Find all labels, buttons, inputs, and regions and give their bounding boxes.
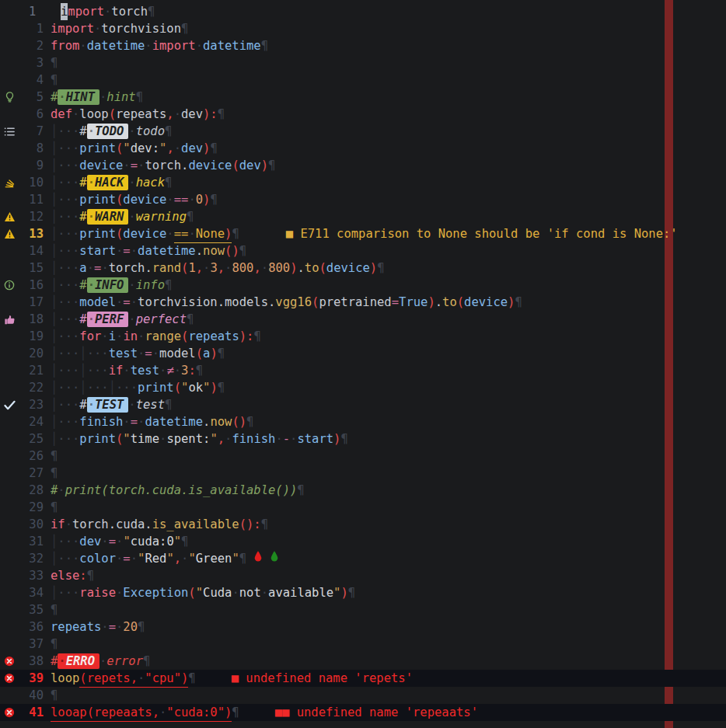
code-line[interactable]: 11│···print(device·==·0)¶ <box>0 191 726 208</box>
code-token: · <box>101 618 108 636</box>
code-token: = <box>109 618 116 636</box>
code-token: " <box>210 430 217 448</box>
code-line[interactable]: 8│···print("dev:",·dev)¶ <box>0 140 726 157</box>
code-line[interactable]: 3¶ <box>0 54 726 71</box>
code-line[interactable]: 41looap(repeaats,·"cuda:0")¶■■ undefined… <box>0 704 726 721</box>
line-number: 25 <box>19 430 44 448</box>
code-line[interactable]: 2from·datetime·import·datetime¶ <box>0 37 726 54</box>
code-token: # <box>79 123 86 140</box>
code-token: True <box>399 294 428 311</box>
code-token: · <box>188 225 195 243</box>
code-token: def <box>51 106 72 123</box>
code-token: = <box>145 345 152 362</box>
code-line[interactable]: 5#·HINT·hint¶ <box>0 89 726 106</box>
code-token: ··· <box>58 533 79 550</box>
code-token: ··· <box>58 260 79 277</box>
code-line[interactable]: 6def·loop(repeats,·dev):¶ <box>0 106 726 123</box>
code-token: hint <box>106 89 135 106</box>
code-line[interactable]: 27¶ <box>0 465 726 482</box>
code-line[interactable]: 20│···│···test·=·model(a)¶ <box>0 345 726 362</box>
code-token: to <box>442 294 457 311</box>
code-token: · <box>116 584 123 601</box>
code-line[interactable]: 16│···#·INFO·info¶ <box>0 277 726 294</box>
line-number: 19 <box>19 328 44 345</box>
code-token: pretrained <box>319 294 391 311</box>
code-token: · <box>138 328 145 345</box>
code-token: │ <box>51 396 58 413</box>
code-token: print <box>79 191 116 208</box>
code-token: · <box>116 533 123 550</box>
code-token: │ <box>51 430 58 448</box>
code-token: ¶ <box>148 3 155 20</box>
code-line[interactable]: 36repeats·=·20¶ <box>0 618 726 636</box>
code-line[interactable]: 35¶ <box>0 601 726 618</box>
code-line[interactable]: 17│···model·=·torchvision.models.vgg16(p… <box>0 294 726 311</box>
code-token: · <box>138 670 145 688</box>
code-line[interactable]: 10│···#·HACK·hack¶ <box>0 174 726 191</box>
line-content: #·HINT·hint¶ <box>44 89 143 106</box>
code-token: # <box>51 653 58 670</box>
code-token: 800 <box>268 260 290 277</box>
code-token: │ <box>51 413 58 430</box>
code-token: # <box>79 174 86 191</box>
code-line[interactable]: 21│···│···if·test·≠·3:¶ <box>0 362 726 379</box>
code-line[interactable]: 39loop(repets,·"cpu")¶■ undefined name '… <box>0 670 726 687</box>
code-token: · <box>174 140 181 157</box>
code-token: │ <box>51 294 58 311</box>
code-line[interactable]: 9│···device·=·torch.device(dev)¶ <box>0 157 726 174</box>
code-token: now <box>203 242 225 260</box>
code-token: " <box>196 584 203 601</box>
code-token: ··· <box>58 225 79 242</box>
code-token: ··· <box>58 174 79 191</box>
error-icon <box>0 653 19 670</box>
code-token: loop <box>79 106 108 123</box>
code-line[interactable]: 7│···#·TODO·todo¶ <box>0 123 726 140</box>
code-token: ··· <box>58 294 79 311</box>
code-token: ) <box>508 294 515 311</box>
code-token: ( <box>109 106 116 123</box>
code-line[interactable]: 1import·torchvision¶ <box>0 20 726 37</box>
code-line[interactable]: 13│···print(device·==·None)¶■ E711 compa… <box>0 225 726 242</box>
code-line[interactable]: 12│···#·WARN·warning¶ <box>0 208 726 225</box>
code-token: spent: <box>166 430 210 448</box>
code-line[interactable]: 15│···a·=·torch.rand(1,·3,·800,·800).to(… <box>0 260 726 277</box>
code-line[interactable]: 4¶ <box>0 71 726 89</box>
code-line[interactable]: 24│···finish·=·datetime.now()¶ <box>0 413 726 430</box>
code-token: ) <box>261 157 268 174</box>
code-line[interactable]: 40¶ <box>0 687 726 704</box>
line-number: 1 <box>19 20 44 37</box>
code-line[interactable]: 28#·print(torch.cuda.is_available())¶ <box>0 482 726 499</box>
code-token: ··· <box>58 413 79 430</box>
code-token: ( <box>116 225 123 242</box>
code-token: finish <box>232 430 275 448</box>
line-content: def·loop(repeats,·dev):¶ <box>44 106 225 123</box>
code-line[interactable]: 1import·torch¶ <box>0 3 726 20</box>
code-token: print <box>79 430 116 448</box>
code-token: . <box>435 294 442 311</box>
code-token: warning <box>136 208 187 225</box>
code-token: dev <box>79 533 101 550</box>
code-token: todo <box>136 123 165 140</box>
code-token: ¶ <box>187 208 194 225</box>
code-line[interactable]: 38#·ERRO·error¶ <box>0 653 726 670</box>
code-token: ) <box>210 379 217 396</box>
code-line[interactable]: 31│···dev·=·"cuda:0"¶ <box>0 533 726 550</box>
code-line[interactable]: 29¶ <box>0 499 726 516</box>
code-line[interactable]: 18│···#·PERF·perfect¶ <box>0 311 726 328</box>
code-line[interactable]: 34│···raise·Exception("Cuda·not·availabl… <box>0 584 726 601</box>
code-line[interactable]: 26¶ <box>0 448 726 465</box>
code-line[interactable]: 30if·torch.cuda.is_available():¶ <box>0 516 726 533</box>
code-line[interactable]: 14│···start·=·datetime.now()¶ <box>0 242 726 260</box>
code-line[interactable]: 37¶ <box>0 636 726 653</box>
code-token: = <box>123 242 130 260</box>
code-token: == <box>174 191 189 208</box>
code-line[interactable]: 32│···color·=·"Red",·"Green"¶ <box>0 550 726 567</box>
code-line[interactable]: 22│···│···│···print("ok")¶ <box>0 379 726 396</box>
code-line[interactable]: 23│···#·TEST·test¶ <box>0 396 726 413</box>
code-token: ¶ <box>239 242 246 260</box>
code-line[interactable]: 19│···for·i·in·range(repeats):¶ <box>0 328 726 345</box>
code-line[interactable]: 25│···print("time·spent:",·finish·-·star… <box>0 430 726 448</box>
code-token: ¶ <box>165 396 172 413</box>
code-line[interactable]: 33else:¶ <box>0 567 726 584</box>
code-token: 3 <box>181 362 188 379</box>
